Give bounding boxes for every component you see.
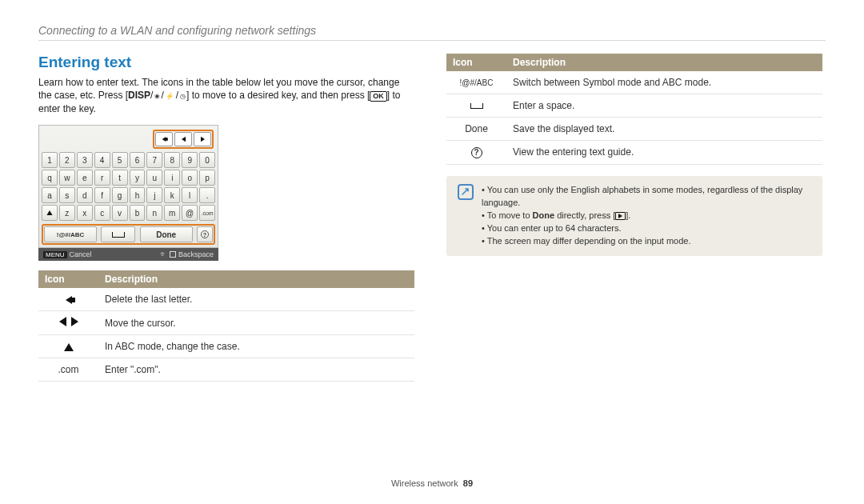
key-7[interactable]: 7 (146, 152, 162, 168)
mode-label: !@#/ABC (446, 71, 506, 94)
key-cursor-left[interactable] (174, 132, 192, 146)
key-l[interactable]: l (182, 187, 198, 203)
key-2[interactable]: 2 (59, 152, 75, 168)
intro-part2: ] to move to a desired key, and then pre… (186, 90, 370, 101)
desc-cell: In ABC mode, change the case. (98, 335, 414, 358)
icon-table-left: Icon Description Delete the last letter.… (38, 270, 414, 382)
key-backspace[interactable] (155, 132, 173, 146)
key-i[interactable]: i (164, 170, 180, 186)
key-shift[interactable] (42, 205, 58, 221)
th-icon: Icon (38, 270, 98, 288)
key-a[interactable]: a (42, 187, 58, 203)
arrow-right-icon (71, 317, 78, 326)
right-column: Icon Description !@#/ABC Switch between … (446, 54, 822, 382)
key-o[interactable]: o (182, 170, 198, 186)
table-row: In ABC mode, change the case. (38, 335, 414, 358)
desc-cell: Move the cursor. (98, 311, 414, 335)
backspace-box-icon (170, 251, 176, 258)
table-row: Enter a space. (446, 94, 822, 118)
key-8[interactable]: 8 (164, 152, 180, 168)
note-icon (458, 184, 474, 200)
key-1[interactable]: 1 (42, 152, 58, 168)
note-item: You can use only the English alphabets i… (482, 184, 811, 210)
key-m[interactable]: m (164, 205, 180, 221)
key-v[interactable]: v (112, 205, 128, 221)
key-space[interactable] (101, 226, 135, 242)
play-button-icon (615, 212, 626, 220)
menu-badge: MENU (43, 251, 67, 258)
disp-label: DISP (128, 90, 150, 101)
shift-icon (64, 343, 74, 351)
table-row: Delete the last letter. (38, 288, 414, 311)
key-q[interactable]: q (42, 170, 58, 186)
wlan-icon: ᯤ (160, 250, 167, 258)
key-cursor-right[interactable] (194, 132, 211, 146)
key-g[interactable]: g (112, 187, 128, 203)
key-e[interactable]: e (77, 170, 93, 186)
page-title: Entering text (38, 54, 414, 71)
keyboard-nav-highlight (153, 130, 214, 149)
desc-cell: View the entering text guide. (506, 141, 822, 165)
key-t[interactable]: t (112, 170, 128, 186)
help-icon: ? (471, 147, 482, 158)
keyboard: 1 2 3 4 5 6 7 8 9 0 q w e (38, 125, 218, 261)
macro-down-icon: ❀ (154, 91, 160, 100)
key-r[interactable]: r (94, 170, 110, 186)
key-9[interactable]: 9 (182, 152, 198, 168)
key-done[interactable]: Done (140, 226, 193, 242)
desc-cell: Enter ".com". (98, 358, 414, 382)
table-row: ? View the entering text guide. (446, 141, 822, 165)
com-label: .com (38, 358, 98, 382)
key-s[interactable]: s (59, 187, 75, 203)
keyboard-status-bar: MENUCancel ᯤBackspace (38, 248, 218, 261)
key-z[interactable]: z (59, 205, 75, 221)
key-j[interactable]: j (146, 187, 162, 203)
ok-button-label: OK (370, 91, 387, 102)
key-u[interactable]: u (146, 170, 162, 186)
desc-cell: Switch between Symbol mode and ABC mode. (506, 71, 822, 94)
desc-cell: Delete the last letter. (98, 288, 414, 311)
key-c[interactable]: c (94, 205, 110, 221)
key-x[interactable]: x (77, 205, 93, 221)
key-6[interactable]: 6 (130, 152, 146, 168)
done-bold: Done (533, 210, 555, 220)
th-icon: Icon (446, 54, 506, 71)
backspace-icon (66, 296, 72, 304)
note-list: You can use only the English alphabets i… (482, 184, 811, 248)
key-4[interactable]: 4 (94, 152, 110, 168)
intro-text: Learn how to enter text. The icons in th… (38, 76, 414, 115)
key-3[interactable]: 3 (77, 152, 93, 168)
note-item: You can enter up to 64 characters. (482, 222, 811, 235)
keyboard-rows: 1 2 3 4 5 6 7 8 9 0 q w e (42, 150, 215, 224)
key-d[interactable]: d (77, 187, 93, 203)
note-item: The screen may differ depending on the i… (482, 235, 811, 248)
key-y[interactable]: y (130, 170, 146, 186)
key-0[interactable]: 0 (199, 152, 215, 168)
key-help[interactable]: ? (197, 226, 213, 242)
key-com[interactable]: .com (199, 205, 215, 221)
section-header: Connecting to a WLAN and configuring net… (38, 24, 826, 37)
key-k[interactable]: k (164, 187, 180, 203)
key-mode[interactable]: !@#/ABC (44, 226, 97, 242)
key-at[interactable]: @ (182, 205, 198, 221)
space-icon (470, 103, 483, 109)
table-row: Move the cursor. (38, 311, 414, 335)
key-f[interactable]: f (94, 187, 110, 203)
note-box: You can use only the English alphabets i… (446, 176, 822, 256)
key-5[interactable]: 5 (112, 152, 128, 168)
key-p[interactable]: p (199, 170, 215, 186)
key-n[interactable]: n (146, 205, 162, 221)
cancel-label: Cancel (70, 250, 92, 258)
key-dot[interactable]: . (199, 187, 215, 203)
key-b[interactable]: b (130, 205, 146, 221)
key-w[interactable]: w (59, 170, 75, 186)
flash-icon: ⚡ (166, 91, 174, 100)
done-label: Done (446, 118, 506, 141)
key-h[interactable]: h (130, 187, 146, 203)
desc-cell: Enter a space. (506, 94, 822, 118)
th-desc: Description (98, 270, 414, 288)
cursor-icons (59, 317, 78, 326)
arrow-left-icon (59, 317, 66, 326)
divider (38, 40, 826, 41)
icon-table-right: Icon Description !@#/ABC Switch between … (446, 54, 822, 165)
